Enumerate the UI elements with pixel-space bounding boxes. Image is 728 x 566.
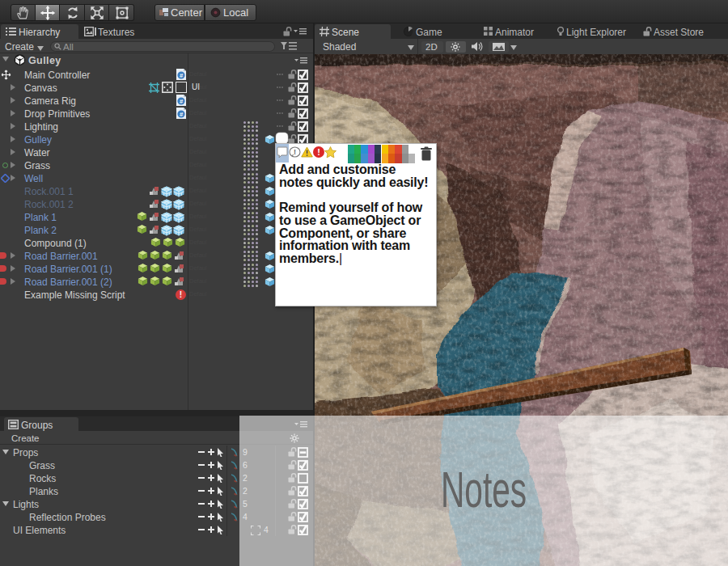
svg-text:!: ! (294, 148, 296, 156)
